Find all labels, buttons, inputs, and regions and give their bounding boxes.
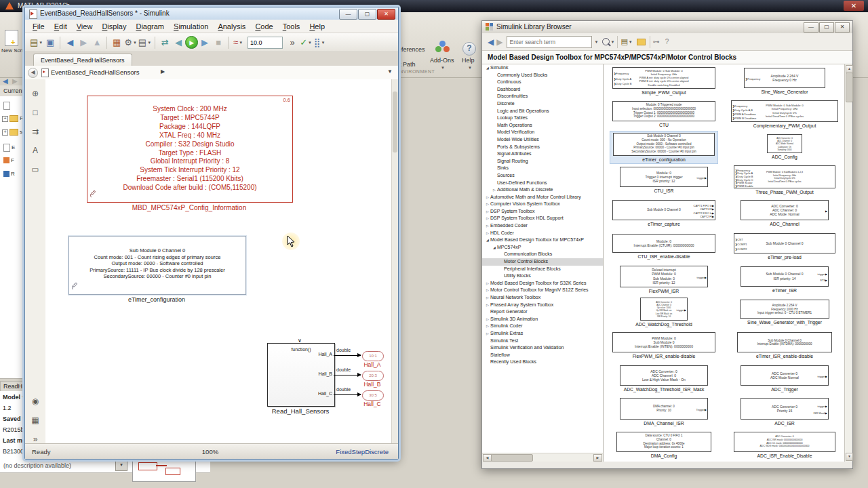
stop-icon[interactable]: ■	[212, 36, 224, 49]
menu-tools[interactable]: Tools	[278, 22, 305, 30]
tree-item-simulink[interactable]: ◢Simulink	[482, 64, 603, 72]
forward-icon[interactable]: ▶	[496, 37, 502, 47]
library-block-etimer_configuration[interactable]: Sub Module 0 Channel 0Count mode: 000 - …	[613, 133, 715, 156]
tree-item-commonly-used-blocks[interactable]: Commonly Used Blocks	[482, 72, 603, 79]
tree-item-sources[interactable]: Sources	[482, 172, 603, 180]
forward-icon[interactable]: ▶	[77, 36, 90, 49]
tree-item-model-based-design-toolbox-for-mpc574xp[interactable]: ◢Model Based Design Toolbox for MPC574xP	[482, 237, 603, 244]
library-block-ctu_isr[interactable]: Module: 0Trigger 0 interrupt triggerISR …	[620, 167, 708, 187]
tree-item-phased-array-system-toolbox[interactable]: ▷Phased Array System Toolbox	[482, 302, 603, 309]
tree-horizontal-scrollbar[interactable]: ◀ ▶	[482, 453, 604, 462]
table-icon[interactable]: ▦	[25, 415, 45, 425]
build-icon[interactable]: ⣿▼	[313, 36, 326, 49]
collapsed-icon[interactable]: ▷	[485, 316, 490, 323]
expand-rail-icon[interactable]: »	[25, 434, 45, 444]
camera-icon[interactable]: ◉	[25, 396, 45, 406]
save-icon[interactable]: ▣	[44, 36, 56, 49]
collapsed-icon[interactable]: ▷	[485, 201, 490, 208]
library-block-adc_isr[interactable]: ADC Converter 0Priority 15trigger▶ISR Ma…	[741, 398, 829, 420]
open-folder-icon[interactable]	[637, 39, 646, 45]
collapsed-icon[interactable]: ▷	[485, 280, 490, 287]
tree-item-model-wide-utilities[interactable]: Model-Wide Utilities	[482, 136, 603, 144]
library-block-ctu_isr_enable-disable[interactable]: Module: 0Interrupt Enable (CTUIR): 00000…	[612, 234, 715, 253]
settings-gear-icon[interactable]: ⚙▼	[124, 36, 137, 49]
library-block-adc_channel[interactable]: ADC Converter: 0ADC Channel: 0ADC Mode: …	[741, 200, 829, 220]
check-icon[interactable]: ✓▼	[300, 36, 312, 49]
tree-item-neural-network-toolbox[interactable]: ▷Neural Network Toolbox	[482, 294, 603, 302]
library-block-ctu[interactable]: Module: 0 Triggered modeInput selection:…	[612, 101, 715, 121]
folder-row[interactable]: +R	[2, 115, 24, 123]
tree-item-simulink-3d-animation[interactable]: ▷Simulink 3D Animation	[482, 316, 603, 323]
library-block-adc_isr_enable_disable[interactable]: ADC Converter: 0ADC ISR mask: 0000000000…	[734, 432, 835, 452]
menu-code[interactable]: Code	[250, 22, 277, 30]
model-tab[interactable]: EventBased_ReadHallSensors	[33, 54, 132, 66]
close-button[interactable]: ✕	[377, 9, 395, 20]
collapsed-icon[interactable]: ▷	[485, 302, 490, 309]
goto-tag-block[interactable]: 30:5	[362, 390, 384, 401]
collapsed-icon[interactable]: ▷	[485, 230, 490, 237]
chevron-down-icon[interactable]: ▼	[594, 40, 598, 44]
menu-help[interactable]: Help	[304, 22, 330, 30]
tree-item-motor-control-blocks[interactable]: Motor Control Blocks	[482, 258, 603, 266]
tree-item-dsp-system-toolbox-hdl-support[interactable]: ▷DSP System Toolbox HDL Support	[482, 215, 603, 222]
library-block-adc_config[interactable]: ADC Converter: 0ADC Channel: 0ADC Mode: …	[767, 134, 802, 153]
expanded-icon[interactable]: ◢	[492, 244, 497, 251]
chevron-down-icon[interactable]: ▼	[610, 40, 614, 44]
model-config-icon[interactable]: ▤▼	[138, 36, 151, 49]
pin-icon[interactable]: ⊶	[653, 38, 660, 45]
collapsed-icon[interactable]: ▷	[485, 222, 490, 230]
tree-item-model-based-design-toolbox-for-s32k-series[interactable]: ▷Model Based Design Toolbox for S32K Ser…	[482, 280, 603, 287]
solver-name[interactable]: FixedStepDiscrete	[270, 448, 389, 455]
tree-item-sinks[interactable]: Sinks	[482, 165, 603, 172]
tree-item-additional-math-discrete[interactable]: ▷Additional Math & Discrete	[482, 186, 603, 194]
signal-line[interactable]	[334, 394, 361, 395]
chevron-down-icon[interactable]: ▼	[115, 460, 127, 471]
tree-item-discrete[interactable]: Discrete	[482, 100, 603, 108]
tree-item-discontinuities[interactable]: Discontinuities	[482, 93, 603, 100]
fit-view-icon[interactable]: □	[25, 108, 45, 117]
tree-item-simulink-test[interactable]: Simulink Test	[482, 338, 603, 345]
library-block-sine_wave_generator_with_trigger[interactable]: Amplitude 2.264 VFrequency 1000 HzInput …	[740, 300, 829, 319]
library-block-flexpwm_isr_enable-disable[interactable]: PWM Module: 0Sub Module 0Interrupt Enabl…	[612, 332, 715, 352]
tree-item-simulink-verification-and-validation[interactable]: Simulink Verification and Validation	[482, 344, 603, 352]
help-icon[interactable]: ?	[665, 38, 669, 45]
maximize-button[interactable]: ▢	[358, 9, 376, 20]
scroll-down-icon[interactable]: ▼	[846, 453, 853, 461]
file-row[interactable]	[2, 102, 12, 110]
forward-icon[interactable]: ▶	[12, 77, 18, 85]
tree-item-logic-and-bit-operations[interactable]: Logic and Bit Operations	[482, 108, 603, 115]
menu-display[interactable]: Display	[97, 22, 131, 30]
annotation-icon[interactable]: A	[25, 146, 45, 155]
tree-item-report-generator[interactable]: Report Generator	[482, 308, 603, 316]
menu-file[interactable]: File	[28, 22, 50, 30]
tree-item-continuous[interactable]: Continuous	[482, 79, 603, 86]
collapsed-icon[interactable]: ▷	[485, 294, 490, 302]
tree-item-communication-blocks[interactable]: Communication Blocks	[482, 251, 603, 258]
file-row[interactable]: F	[2, 157, 14, 165]
collapsed-icon[interactable]: ▷	[485, 194, 490, 201]
help-button[interactable]: Help	[462, 57, 475, 64]
close-button[interactable]: ✕	[835, 22, 850, 33]
collapsed-icon[interactable]: ▷	[492, 186, 497, 194]
tree-item-math-operations[interactable]: Math Operations	[482, 122, 603, 129]
minimize-button[interactable]: —	[804, 22, 818, 33]
scrollbar-thumb[interactable]	[846, 73, 853, 102]
library-block-adc_watchdog_threshold_isr_mask[interactable]: ADC Converter: 0ADC Channel: 0Low & High…	[620, 365, 708, 386]
library-block-etimer_isr_enable-disable[interactable]: Sub Module 0 Channel 0Interrupt Enable (…	[737, 332, 832, 352]
library-block-sine_wave_generator[interactable]: Amplitude 2.264 VFrequency 0 Hz❯Frequenc…	[744, 68, 825, 88]
editor-titlebar[interactable]: EventBased_ReadHallSensors * - Simulink …	[25, 7, 398, 20]
scroll-right-icon[interactable]: ▶	[593, 454, 602, 462]
step-forward-icon[interactable]: ▶	[199, 36, 211, 49]
library-titlebar[interactable]: Simulink Library Browser — ▢ ✕	[482, 21, 852, 34]
back-icon[interactable]: ◀	[64, 36, 76, 49]
breadcrumb[interactable]: EventBased_ReadHallSensors	[51, 68, 139, 76]
library-block-complementary_pwm_output[interactable]: PWM Module: 0 Sub Module: 0Initial Frequ…	[731, 100, 838, 122]
tree-item-model-verification[interactable]: Model Verification	[482, 129, 603, 136]
goto-tag-block[interactable]: 20:3	[362, 371, 384, 381]
sim-stop-time-input[interactable]	[248, 37, 283, 49]
maximize-button[interactable]: ▢	[819, 22, 834, 33]
tree-item-stateflow[interactable]: Stateflow	[482, 352, 603, 359]
tree-item-utility-blocks[interactable]: Utility Blocks	[482, 272, 603, 280]
etimer-configuration-block[interactable]: Sub Module 0 Channel 0Count mode: 001 - …	[68, 236, 246, 295]
matlab-close-button[interactable]: ✕	[844, 1, 864, 11]
